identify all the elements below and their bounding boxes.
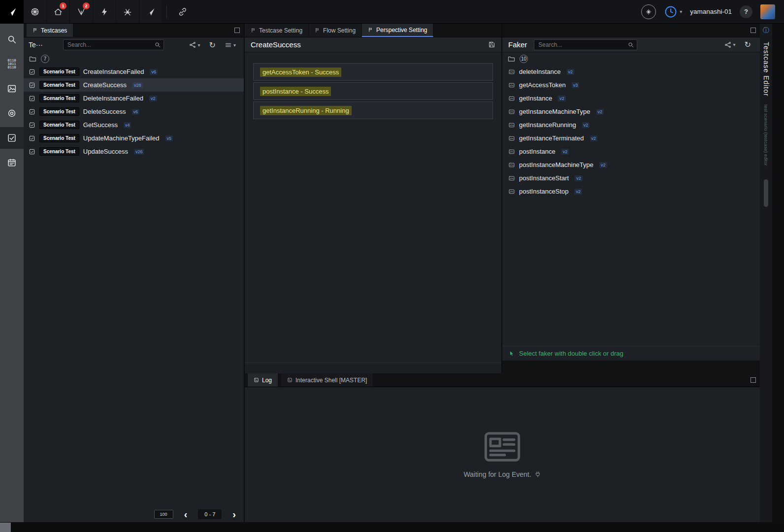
flow-dropdown-button[interactable]: ▾ [724, 41, 736, 49]
faker-row[interactable]: postInstanceStop v2 [502, 185, 760, 198]
faker-row[interactable]: postInstanceMachineType v2 [502, 158, 760, 171]
faker-name: postInstance [519, 148, 555, 155]
divider [166, 5, 167, 18]
scrollbar-thumb[interactable] [764, 179, 768, 207]
faker-folder-row[interactable]: 10 [502, 52, 760, 65]
testcase-folder-row[interactable]: 7 [24, 52, 244, 65]
terminal-icon [254, 377, 259, 383]
expand-icon[interactable] [234, 28, 240, 33]
faker-row[interactable]: postInstance v2 [502, 145, 760, 158]
checkbox-icon[interactable] [29, 82, 35, 89]
chevron-down-icon: ▾ [198, 42, 200, 48]
testcase-name: GetSuccess [83, 121, 118, 129]
checkbox-icon[interactable] [29, 122, 35, 129]
perspective-header: CreateSuccess [245, 37, 501, 52]
checkbox-icon[interactable] [29, 148, 35, 155]
page-size-select[interactable]: 100 [154, 510, 173, 519]
testcase-row[interactable]: Scenario Test DeleteInstanceFailed v2 [24, 92, 244, 105]
setting-tab[interactable]: Testcase Setting [245, 24, 309, 37]
log-tab[interactable]: Log [248, 373, 278, 387]
testcase-row[interactable]: Scenario Test CreateSuccess v28 [24, 78, 244, 92]
plug-icon [534, 471, 541, 478]
faker-card-icon [508, 95, 515, 102]
chevron-down-icon: ▾ [680, 9, 682, 14]
log-tabstrip: Log Interactive Shell [MASTER] [245, 373, 760, 387]
tab-label: Interactive Shell [MASTER] [295, 377, 367, 384]
testcase-row[interactable]: Scenario Test CreateInstanceFailed v6 [24, 65, 244, 78]
hamburger-icon [225, 41, 232, 49]
faker-panel: Faker ▾ ↻ 10 [502, 24, 760, 373]
bird-icon-button[interactable] [139, 0, 163, 23]
flag-icon [368, 27, 373, 33]
tab-label: Flow Setting [323, 27, 356, 34]
search-rail-button[interactable] [0, 29, 24, 50]
checkbox-icon[interactable] [29, 135, 35, 142]
link-icon-button[interactable] [171, 0, 194, 23]
lightning-icon-button[interactable] [93, 0, 116, 23]
log-tab[interactable]: Interactive Shell [MASTER] [281, 373, 373, 387]
faker-row[interactable]: getInstanceTerminated v2 [502, 132, 760, 145]
search-input[interactable] [534, 41, 637, 48]
faker-row[interactable]: getInstance v2 [502, 92, 760, 105]
spider-icon [123, 7, 132, 17]
testcase-row[interactable]: Scenario Test GetSuccess v4 [24, 118, 244, 132]
prev-page-button[interactable]: ‹ [184, 509, 188, 519]
save-button[interactable] [488, 41, 495, 48]
faker-row[interactable]: deleteInstance v2 [502, 65, 760, 78]
setting-tab[interactable]: Flow Setting [309, 24, 362, 37]
flag-icon [315, 28, 320, 33]
image-icon [6, 83, 17, 94]
left-icon-rail: 0110 1011 0110 [0, 24, 24, 522]
perspective-step[interactable]: getInstanceRunning - Running [253, 101, 493, 119]
panel-title: Te··· [29, 41, 57, 49]
tab-label: Perspective Setting [376, 27, 427, 33]
testcase-row[interactable]: Scenario Test UpdateMachineTypeFailed v5 [24, 132, 244, 145]
expand-icon[interactable] [751, 28, 756, 33]
faker-card-icon [508, 162, 515, 168]
perspective-step[interactable]: getAccessToken - Success [253, 63, 493, 81]
checkbox-icon[interactable] [29, 95, 35, 102]
corner-resize-handle[interactable] [0, 523, 11, 532]
next-page-button[interactable]: › [232, 509, 236, 519]
calendar-rail-button[interactable] [0, 152, 24, 173]
step-label-highlighted: getAccessToken - Success [260, 67, 341, 77]
refresh-button[interactable]: ↻ [209, 40, 216, 50]
testcase-name: UpdateSuccess [83, 148, 128, 155]
share-flow-icon [724, 41, 732, 49]
flow-dropdown-button[interactable]: ▾ [189, 41, 200, 49]
timer-dropdown-button[interactable]: ▾ [664, 5, 682, 19]
web-icon-button[interactable] [24, 0, 47, 23]
binary-rail-button[interactable]: 0110 1011 0110 [0, 53, 24, 75]
info-icon[interactable]: ⓘ [763, 26, 769, 35]
crosshair-icon-button[interactable] [641, 4, 656, 19]
menu-dropdown-button[interactable]: ▾ [225, 41, 236, 49]
app-logo[interactable] [0, 0, 24, 23]
expand-icon[interactable] [751, 377, 756, 383]
testcase-row[interactable]: Scenario Test DeleteSuccess v6 [24, 105, 244, 118]
faker-name: getInstanceRunning [519, 121, 576, 129]
avatar[interactable] [760, 4, 775, 19]
faker-row[interactable]: getAccessToken v3 [502, 78, 760, 92]
faker-row[interactable]: getInstanceMachineType v2 [502, 105, 760, 118]
loop-rail-button[interactable] [0, 102, 24, 124]
setting-tab[interactable]: Perspective Setting [362, 24, 433, 37]
tab-label: Log [262, 377, 272, 384]
checkbox-icon[interactable] [29, 68, 35, 75]
scenario-test-badge: Scenario Test [39, 94, 79, 102]
perspective-step[interactable]: postInstance - Success [253, 82, 493, 100]
search-input[interactable] [64, 41, 163, 48]
tab-testcases[interactable]: Testcases [27, 24, 73, 37]
testcase-row[interactable]: Scenario Test UpdateSuccess v26 [24, 145, 244, 158]
home-icon-button[interactable]: 1 [47, 0, 70, 23]
image-rail-button[interactable] [0, 78, 24, 100]
testcase-rail-button[interactable] [0, 127, 24, 149]
spider-icon-button[interactable] [116, 0, 139, 23]
horns-icon-button[interactable]: 2 [70, 0, 93, 23]
help-button[interactable]: ? [740, 5, 752, 18]
faker-card-icon [508, 188, 515, 195]
faker-row[interactable]: postInstanceStart v2 [502, 171, 760, 185]
checkbox-icon[interactable] [29, 108, 35, 115]
loop-icon [6, 108, 17, 119]
refresh-button[interactable]: ↻ [745, 40, 751, 49]
faker-row[interactable]: getInstanceRunning v2 [502, 118, 760, 132]
